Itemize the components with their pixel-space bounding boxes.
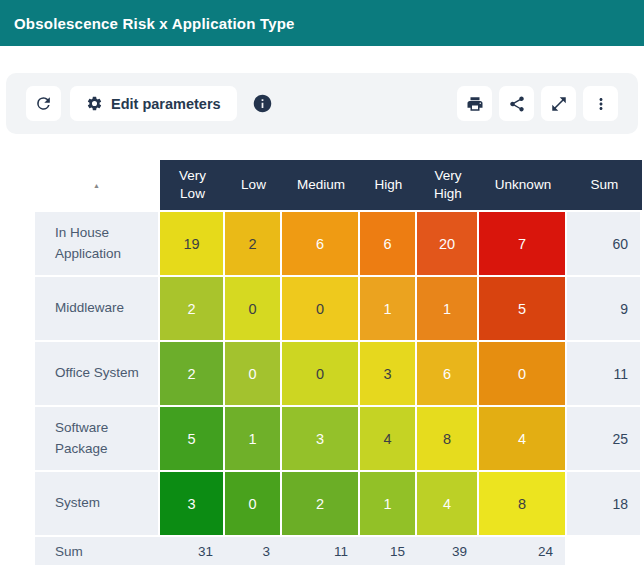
matrix-header-row: ▲ Very LowLowMediumHighVery HighUnknownS…: [35, 160, 644, 210]
heatmap-cell[interactable]: 6: [417, 342, 477, 405]
heatmap-cell[interactable]: 5: [160, 407, 223, 470]
column-sum-cell: 24: [479, 544, 565, 559]
sum-row: Sum31311153924: [35, 537, 644, 565]
column-header-very-high[interactable]: Very High: [417, 160, 479, 210]
table-row: System30214818: [35, 472, 644, 535]
expand-icon: [550, 95, 568, 113]
row-sum-cell: 9: [567, 277, 640, 340]
edit-parameters-label: Edit parameters: [111, 96, 221, 112]
heatmap-cell[interactable]: 1: [360, 472, 415, 535]
print-icon: [466, 95, 484, 113]
column-sum-cell: 39: [417, 544, 479, 559]
row-sum-cell: 25: [567, 407, 640, 470]
heatmap-cell[interactable]: 6: [360, 212, 415, 275]
column-sum-cell: 3: [225, 544, 282, 559]
row-sum-cell: 18: [567, 472, 640, 535]
heatmap-cell[interactable]: 7: [479, 212, 565, 275]
row-label: Office System: [35, 342, 158, 405]
refresh-icon: [34, 94, 53, 113]
sort-ascending-icon: ▲: [93, 182, 100, 189]
heatmap-cell[interactable]: 3: [360, 342, 415, 405]
sum-row-band: Sum31311153924: [35, 537, 565, 565]
share-icon: [508, 95, 526, 113]
row-sum-cell: 60: [567, 212, 640, 275]
heatmap-cell[interactable]: 2: [160, 277, 223, 340]
row-label: Middleware: [35, 277, 158, 340]
heatmap-cell[interactable]: 4: [479, 407, 565, 470]
toolbar-left-group: Edit parameters: [26, 86, 273, 121]
heatmap-cell[interactable]: 0: [282, 342, 358, 405]
window-title-bar: Obsolescence Risk x Application Type: [0, 0, 644, 46]
heatmap-cell[interactable]: 8: [417, 407, 477, 470]
more-options-button[interactable]: [583, 86, 618, 121]
heatmap-cell[interactable]: 1: [417, 277, 477, 340]
heatmap-cell[interactable]: 6: [282, 212, 358, 275]
heatmap-cell[interactable]: 0: [225, 277, 280, 340]
heatmap-cell[interactable]: 3: [282, 407, 358, 470]
table-row: Software Package51348425: [35, 407, 644, 470]
heatmap-cell[interactable]: 0: [479, 342, 565, 405]
heatmap-cell[interactable]: 4: [360, 407, 415, 470]
share-button[interactable]: [499, 86, 534, 121]
row-label: System: [35, 472, 158, 535]
heatmap-cell[interactable]: 0: [225, 342, 280, 405]
heatmap-cell[interactable]: 1: [360, 277, 415, 340]
heatmap-cell[interactable]: 0: [225, 472, 280, 535]
heatmap-cell[interactable]: 19: [160, 212, 223, 275]
column-sum-cell: 11: [282, 544, 360, 559]
heatmap-cell[interactable]: 5: [479, 277, 565, 340]
heatmap-cell[interactable]: 2: [225, 212, 280, 275]
heatmap-cell[interactable]: 4: [417, 472, 477, 535]
row-label: Software Package: [35, 407, 158, 470]
sum-row-label: Sum: [35, 544, 160, 559]
toolbar-right-group: [457, 86, 618, 121]
heatmap-cell[interactable]: 3: [160, 472, 223, 535]
heatmap-cell[interactable]: 0: [282, 277, 358, 340]
info-icon[interactable]: [252, 93, 273, 114]
column-header-sum[interactable]: Sum: [567, 160, 642, 210]
column-sum-cell: 15: [360, 544, 417, 559]
column-sum-cell: 31: [160, 544, 225, 559]
column-header-high[interactable]: High: [360, 160, 417, 210]
column-header-very-low[interactable]: Very Low: [160, 160, 225, 210]
column-header-unknown[interactable]: Unknown: [479, 160, 567, 210]
kebab-menu-icon: [592, 95, 610, 113]
heatmap-cell[interactable]: 2: [160, 342, 223, 405]
table-row: Office System20036011: [35, 342, 644, 405]
column-header-low[interactable]: Low: [225, 160, 282, 210]
table-row: Middleware2001159: [35, 277, 644, 340]
page-title: Obsolescence Risk x Application Type: [14, 15, 295, 32]
edit-parameters-button[interactable]: Edit parameters: [70, 86, 237, 121]
row-label: In House Application: [35, 212, 158, 275]
heatmap-cell[interactable]: 2: [282, 472, 358, 535]
gear-icon: [86, 95, 103, 112]
risk-matrix: ▲ Very LowLowMediumHighVery HighUnknownS…: [35, 160, 644, 565]
heatmap-cell[interactable]: 1: [225, 407, 280, 470]
refresh-button[interactable]: [26, 86, 61, 121]
column-header-medium[interactable]: Medium: [282, 160, 360, 210]
print-button[interactable]: [457, 86, 492, 121]
column-headers: Very LowLowMediumHighVery HighUnknownSum: [160, 160, 642, 210]
heatmap-cell[interactable]: 8: [479, 472, 565, 535]
sort-header-cell[interactable]: ▲: [35, 160, 158, 210]
row-sum-cell: 11: [567, 342, 640, 405]
expand-button[interactable]: [541, 86, 576, 121]
toolbar: Edit parameters: [6, 73, 638, 134]
heatmap-cell[interactable]: 20: [417, 212, 477, 275]
table-row: In House Application1926620760: [35, 212, 644, 275]
